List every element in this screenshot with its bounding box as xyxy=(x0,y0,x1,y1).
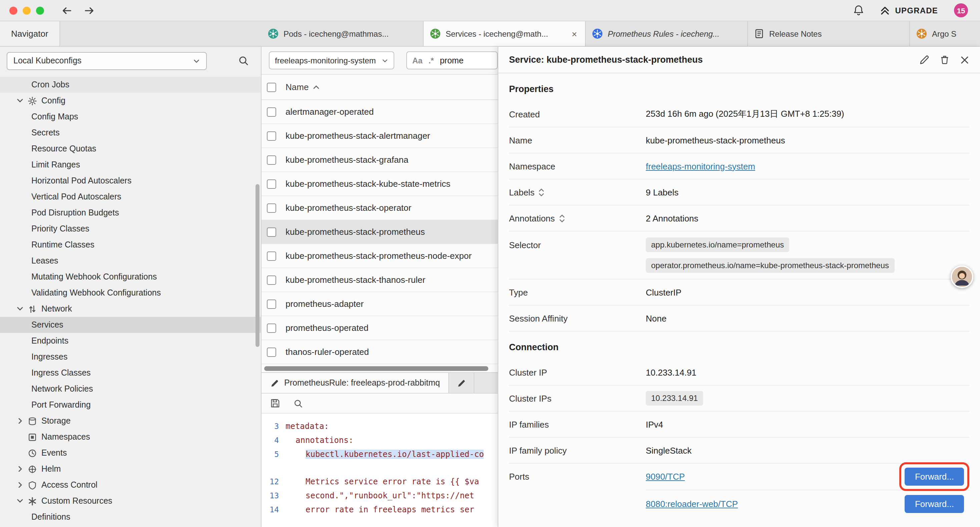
port-link-8080-reloader-web-tcp[interactable]: 8080:reloader-web/TCP xyxy=(646,498,738,509)
sidebar-item-config-maps[interactable]: Config Maps xyxy=(0,109,261,125)
close-tab-icon[interactable]: × xyxy=(570,28,578,40)
sidebar-item-limit-ranges[interactable]: Limit Ranges xyxy=(0,157,261,173)
back-arrow-icon[interactable] xyxy=(61,6,72,15)
sidebar-item-helm[interactable]: Helm xyxy=(0,461,261,477)
save-icon[interactable] xyxy=(270,398,280,408)
regex-toggle[interactable]: .* xyxy=(429,56,434,65)
table-row[interactable]: prometheus-operated xyxy=(261,316,498,340)
navigator-tab[interactable]: Navigator xyxy=(0,21,60,46)
notification-count-badge[interactable]: 15 xyxy=(954,3,968,18)
sidebar-item-ingresses[interactable]: Ingresses xyxy=(0,349,261,365)
kubeconfig-selector-dropdown[interactable]: Local Kubeconfigs xyxy=(7,52,207,70)
sidebar-item-validating-webhook-configurations[interactable]: Validating Webhook Configurations xyxy=(0,285,261,301)
forward-arrow-icon[interactable] xyxy=(84,6,95,15)
table-row[interactable]: thanos-ruler-operated xyxy=(261,340,498,364)
editor-search-icon[interactable] xyxy=(294,399,303,408)
sidebar-item-services[interactable]: Services xyxy=(0,317,261,333)
namespace-link[interactable]: freeleaps-monitoring-system xyxy=(646,161,755,171)
name-column-header[interactable]: Name xyxy=(286,82,319,92)
sidebar-item-pod-disruption-budgets[interactable]: Pod Disruption Budgets xyxy=(0,205,261,221)
yaml-editor[interactable]: 3metadata: 4annotations: 5kubectl.kubern… xyxy=(261,414,498,527)
select-all-checkbox[interactable] xyxy=(267,83,276,92)
sidebar-item-endpoints[interactable]: Endpoints xyxy=(0,333,261,349)
property-row-namespace: Namespace freeleaps-monitoring-system xyxy=(509,153,969,180)
table-row[interactable]: kube-prometheus-stack-thanos-ruler xyxy=(261,268,498,292)
row-checkbox[interactable] xyxy=(267,203,276,212)
notifications-bell-icon[interactable] xyxy=(853,5,864,16)
sidebar-item-namespaces[interactable]: Namespaces xyxy=(0,429,261,445)
sidebar-item-custom-resources[interactable]: Custom Resources xyxy=(0,493,261,509)
app-window: UPGRADE 15 Navigator Pods - icecheng@mat… xyxy=(0,0,980,527)
user-avatar[interactable] xyxy=(951,266,973,288)
table-row[interactable]: kube-prometheus-stack-kube-state-metrics xyxy=(261,172,498,196)
sidebar-item-horizontal-pod-autoscalers[interactable]: Horizontal Pod Autoscalers xyxy=(0,173,261,189)
sidebar-item-network-policies[interactable]: Network Policies xyxy=(0,381,261,397)
port-row-8080: 8080:reloader-web/TCP Forward... xyxy=(646,490,969,517)
row-checkbox[interactable] xyxy=(267,299,276,309)
row-checkbox[interactable] xyxy=(267,275,276,285)
tab-services[interactable]: Services - icecheng@math... × xyxy=(424,21,586,46)
forward-port-button[interactable]: Forward... xyxy=(905,468,964,486)
table-row[interactable]: kube-prometheus-stack-operator xyxy=(261,196,498,220)
match-case-toggle[interactable]: Aa xyxy=(412,56,423,65)
table-row[interactable]: alertmanager-operated xyxy=(261,100,498,124)
delete-trash-icon[interactable] xyxy=(940,55,949,65)
row-checkbox[interactable] xyxy=(267,251,276,261)
sidebar-scrollbar[interactable] xyxy=(256,184,259,347)
edit-pencil-icon[interactable] xyxy=(919,55,929,65)
sidebar-item-port-forwarding[interactable]: Port Forwarding xyxy=(0,397,261,413)
row-checkbox[interactable] xyxy=(267,323,276,333)
sidebar-item-secrets[interactable]: Secrets xyxy=(0,125,261,141)
row-checkbox[interactable] xyxy=(267,179,276,188)
close-window-button[interactable] xyxy=(10,6,18,14)
forward-port-button[interactable]: Forward... xyxy=(905,495,964,513)
sidebar-item-storage[interactable]: Storage xyxy=(0,413,261,429)
namespace-filter-dropdown[interactable]: freeleaps-monitoring-system xyxy=(269,51,394,69)
tab-argo[interactable]: Argo S xyxy=(910,21,980,46)
table-row[interactable]: kube-prometheus-stack-prometheus-node-ex… xyxy=(261,244,498,268)
sidebar-item-mutating-webhook-configurations[interactable]: Mutating Webhook Configurations xyxy=(0,269,261,285)
editor-line: 14error rate in freeleaps metrics ser xyxy=(261,502,498,516)
sidebar-item-ingress-classes[interactable]: Ingress Classes xyxy=(0,365,261,381)
port-link-9090-tcp[interactable]: 9090/TCP xyxy=(646,471,685,482)
edit-pencil-icon xyxy=(457,379,466,387)
sidebar-item-access-control[interactable]: Access Control xyxy=(0,477,261,493)
row-checkbox[interactable] xyxy=(267,347,276,357)
maximize-window-button[interactable] xyxy=(36,6,44,14)
dock-tab-partial[interactable] xyxy=(449,373,475,393)
row-checkbox[interactable] xyxy=(267,131,276,140)
titlebar: UPGRADE 15 xyxy=(0,0,980,21)
minimize-window-button[interactable] xyxy=(23,6,31,14)
connection-row-ip-families: IP families IPv4 xyxy=(509,412,969,438)
dock-tab-prometheusrule[interactable]: PrometheusRule: freeleaps-prod-rabbitmq xyxy=(261,373,449,393)
table-search-input[interactable]: Aa .* prome xyxy=(406,51,498,69)
helm-wheel-icon xyxy=(28,465,37,473)
search-value: prome xyxy=(440,56,464,65)
sidebar-item-cron-jobs[interactable]: Cron Jobs xyxy=(0,77,261,93)
row-checkbox[interactable] xyxy=(267,155,276,164)
sidebar-item-leases[interactable]: Leases xyxy=(0,253,261,269)
sidebar-item-vertical-pod-autoscalers[interactable]: Vertical Pod Autoscalers xyxy=(0,189,261,205)
horizontal-scrollbar[interactable] xyxy=(261,364,498,372)
sidebar-item-config[interactable]: Config xyxy=(0,93,261,109)
sidebar-item-definitions[interactable]: Definitions xyxy=(0,509,261,525)
expand-toggle-icon[interactable] xyxy=(559,214,565,223)
table-row[interactable]: prometheus-adapter xyxy=(261,292,498,316)
sidebar-item-priority-classes[interactable]: Priority Classes xyxy=(0,221,261,237)
sidebar-item-events[interactable]: Events xyxy=(0,445,261,461)
expand-toggle-icon[interactable] xyxy=(539,188,545,196)
table-row-selected[interactable]: kube-prometheus-stack-prometheus xyxy=(261,220,498,244)
sidebar-item-runtime-classes[interactable]: Runtime Classes xyxy=(0,237,261,253)
tab-pods[interactable]: Pods - icecheng@mathmas... xyxy=(261,21,424,46)
upgrade-button[interactable]: UPGRADE xyxy=(880,6,938,15)
row-checkbox[interactable] xyxy=(267,227,276,236)
tab-prometheus-rules[interactable]: Prometheus Rules - icecheng... xyxy=(586,21,748,46)
close-drawer-icon[interactable] xyxy=(960,55,969,64)
sidebar-item-resource-quotas[interactable]: Resource Quotas xyxy=(0,141,261,157)
search-icon[interactable] xyxy=(238,56,249,66)
table-row[interactable]: kube-prometheus-stack-grafana xyxy=(261,148,498,172)
table-row[interactable]: kube-prometheus-stack-alertmanager xyxy=(261,124,498,148)
row-checkbox[interactable] xyxy=(267,107,276,116)
sidebar-item-network[interactable]: Network xyxy=(0,301,261,317)
tab-release-notes[interactable]: Release Notes xyxy=(748,21,910,46)
